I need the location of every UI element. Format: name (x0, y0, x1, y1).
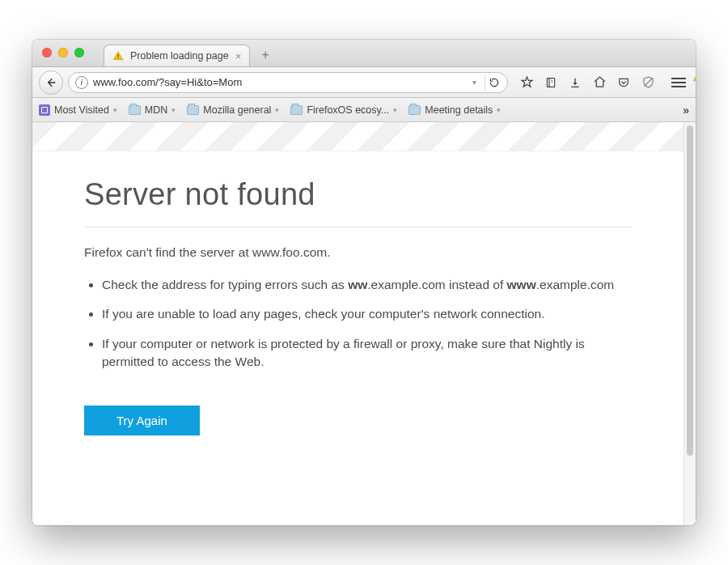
page-content: Server not found Firefox can't find the … (32, 122, 684, 525)
error-suggestions: Check the address for typing errors such… (84, 276, 632, 372)
tabstrip: Problem loading page × + (104, 40, 276, 66)
folder-icon (290, 105, 303, 115)
reload-button[interactable] (485, 74, 502, 91)
error-stripe-decoration (32, 122, 684, 151)
back-button[interactable] (39, 70, 63, 95)
divider (84, 227, 632, 227)
scrollbar-thumb[interactable] (687, 125, 693, 456)
try-again-button[interactable]: Try Again (84, 406, 200, 435)
error-lead: Firefox can't find the server at www.foo… (84, 245, 632, 260)
svg-rect-1 (117, 57, 118, 58)
svg-rect-3 (549, 78, 555, 87)
bookmark-label: Mozilla general (203, 104, 271, 116)
folder-icon (408, 105, 421, 115)
toolbar-icons (513, 75, 658, 90)
window-controls (42, 48, 84, 57)
new-tab-button[interactable]: + (255, 46, 276, 64)
bookmark-label: MDN (145, 104, 167, 116)
hamburger-icon (671, 82, 686, 83)
chevron-down-icon: ▾ (113, 106, 117, 114)
browser-window: Problem loading page × + i ▾ (32, 40, 696, 525)
bookmark-mdn[interactable]: MDN ▾ (129, 104, 176, 116)
folder-icon (129, 105, 141, 115)
tab-problem-loading[interactable]: Problem loading page × (104, 45, 250, 66)
menu-button[interactable] (668, 73, 689, 92)
folder-icon (187, 105, 199, 115)
bookmark-mozilla-general[interactable]: Mozilla general ▾ (187, 104, 279, 116)
zoom-window-button[interactable] (74, 48, 84, 57)
chevron-down-icon: ▾ (393, 106, 397, 114)
bookmark-label: FirefoxOS ecosy... (307, 104, 389, 116)
bookmarks-overflow-icon[interactable]: » (683, 104, 689, 117)
content-area: Server not found Firefox can't find the … (32, 122, 696, 525)
titlebar: Problem loading page × + (32, 40, 696, 67)
nav-toolbar: i ▾ (32, 67, 696, 98)
suggestion-3: If your computer or network is protected… (102, 335, 632, 372)
close-tab-icon[interactable]: × (235, 50, 242, 62)
pocket-icon[interactable] (616, 75, 631, 90)
suggestion-2: If you are unable to load any pages, che… (102, 305, 632, 323)
bookmark-label: Most Visited (54, 104, 109, 116)
url-history-dropdown-icon[interactable]: ▾ (469, 78, 480, 87)
suggestion-1: Check the address for typing errors such… (102, 276, 632, 294)
svg-line-6 (644, 79, 652, 87)
site-identity-icon[interactable]: i (75, 76, 88, 89)
error-heading: Server not found (84, 177, 632, 212)
downloads-icon[interactable] (568, 75, 582, 90)
svg-rect-0 (117, 54, 118, 57)
shield-icon[interactable] (641, 75, 655, 90)
url-bar[interactable]: i ▾ (68, 72, 508, 93)
bookmark-firefoxos-ecosy[interactable]: FirefoxOS ecosy... ▾ (290, 104, 397, 116)
vertical-scrollbar[interactable] (684, 122, 696, 525)
bookmark-star-icon[interactable] (519, 75, 534, 90)
minimize-window-button[interactable] (58, 48, 68, 57)
chevron-down-icon: ▾ (497, 106, 501, 114)
most-visited-icon (39, 104, 50, 116)
chevron-down-icon: ▾ (275, 106, 279, 114)
error-page: Server not found Firefox can't find the … (32, 151, 684, 468)
bookmark-meeting-details[interactable]: Meeting details ▾ (408, 104, 501, 116)
bookmark-label: Meeting details (425, 104, 493, 116)
bookmarks-toolbar: Most Visited ▾ MDN ▾ Mozilla general ▾ F… (32, 98, 696, 122)
chevron-down-icon: ▾ (171, 106, 176, 114)
reading-list-icon[interactable] (544, 75, 558, 90)
tab-title: Problem loading page (130, 50, 229, 62)
url-input[interactable] (93, 76, 464, 88)
bookmark-most-visited[interactable]: Most Visited ▾ (39, 104, 117, 116)
close-window-button[interactable] (42, 48, 52, 57)
warning-icon (112, 50, 124, 62)
home-icon[interactable] (592, 75, 607, 90)
